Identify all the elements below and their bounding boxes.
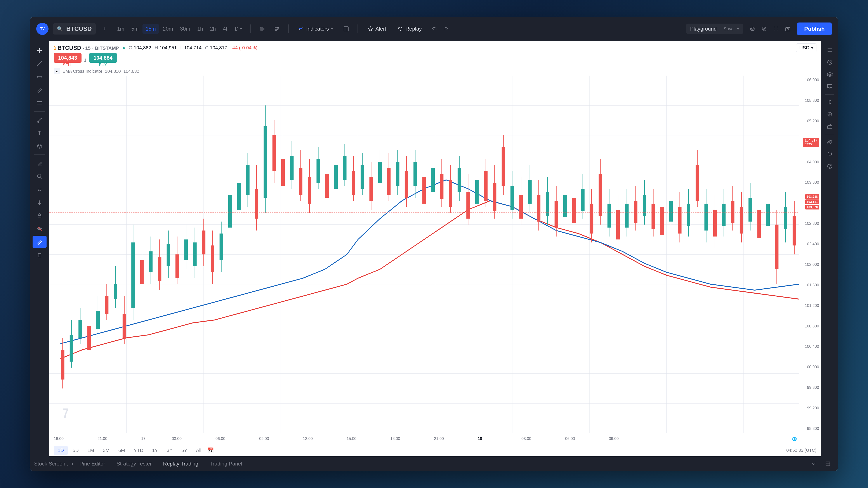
pine-editor-tab[interactable]: Pine Editor bbox=[74, 458, 111, 469]
tf-1h[interactable]: 1h bbox=[194, 24, 206, 34]
tf-4h[interactable]: 4h bbox=[220, 24, 232, 34]
strategy-tester-tab[interactable]: Strategy Tester bbox=[111, 458, 157, 469]
period-1m[interactable]: 1M bbox=[84, 446, 98, 455]
zoom-tool[interactable] bbox=[33, 170, 46, 183]
magnet-tool[interactable] bbox=[33, 183, 46, 196]
data-window-button[interactable] bbox=[759, 24, 769, 34]
watchlist-button[interactable] bbox=[747, 24, 757, 34]
svg-rect-120 bbox=[211, 246, 214, 272]
period-5d[interactable]: 5D bbox=[69, 446, 83, 455]
briefcase-button[interactable] bbox=[824, 121, 836, 132]
svg-rect-168 bbox=[423, 177, 426, 204]
snapshot-button[interactable] bbox=[783, 24, 793, 34]
svg-line-48 bbox=[40, 177, 42, 179]
tv-logo[interactable]: TV bbox=[36, 23, 49, 35]
measure-tool[interactable] bbox=[33, 71, 46, 83]
svg-rect-114 bbox=[184, 239, 188, 260]
clock-button[interactable] bbox=[824, 57, 836, 68]
fullscreen-button[interactable] bbox=[771, 24, 781, 34]
svg-point-45 bbox=[40, 145, 41, 146]
sell-button[interactable]: 104,843 SELL bbox=[54, 53, 82, 67]
pencil-tool[interactable] bbox=[33, 84, 46, 96]
line-tool[interactable] bbox=[33, 58, 46, 70]
stock-screener-tab[interactable]: Stock Screen... ▾ bbox=[34, 461, 73, 467]
symbol-search[interactable]: 🔍 BTCUSD bbox=[53, 23, 96, 34]
tf-30m[interactable]: 30m bbox=[177, 24, 193, 34]
menu-button[interactable] bbox=[824, 44, 836, 56]
svg-rect-162 bbox=[396, 162, 399, 186]
crosshair-tool[interactable] bbox=[33, 44, 46, 57]
svg-rect-144 bbox=[316, 159, 320, 183]
auto-scale-button[interactable] bbox=[824, 96, 836, 108]
eraser-tool[interactable] bbox=[33, 157, 46, 169]
layers-button[interactable] bbox=[824, 69, 836, 80]
tf-1m[interactable]: 1m bbox=[114, 24, 127, 34]
price-tag-3: 103,070 bbox=[805, 205, 819, 209]
chart-settings-button[interactable] bbox=[272, 24, 282, 34]
period-all[interactable]: All bbox=[192, 446, 205, 455]
replay-button[interactable]: Replay bbox=[394, 24, 425, 34]
active-drawing-tool[interactable] bbox=[33, 236, 46, 248]
svg-line-264 bbox=[830, 62, 831, 63]
indicator-val2: 104,632 bbox=[123, 69, 139, 74]
playground-label: Playground bbox=[690, 26, 717, 32]
crosshair-sync-button[interactable] bbox=[824, 108, 836, 120]
period-5y[interactable]: 5Y bbox=[178, 446, 191, 455]
publish-button[interactable]: Publish bbox=[797, 23, 832, 35]
add-symbol-button[interactable]: + bbox=[100, 24, 110, 34]
svg-rect-200 bbox=[563, 195, 567, 217]
chart-type-button[interactable] bbox=[257, 24, 267, 34]
trading-panel-tab[interactable]: Trading Panel bbox=[205, 458, 248, 469]
tf-15m[interactable]: 15m bbox=[143, 24, 159, 34]
period-3m[interactable]: 3M bbox=[99, 446, 114, 455]
indicator-collapse-button[interactable]: ▲ bbox=[54, 68, 60, 74]
replay-trading-tab[interactable]: Replay Trading bbox=[158, 458, 204, 469]
svg-rect-146 bbox=[326, 174, 329, 198]
redo-button[interactable] bbox=[440, 24, 451, 34]
period-1y[interactable]: 1Y bbox=[148, 446, 162, 455]
svg-text:TV: TV bbox=[40, 27, 45, 31]
emoji-tool[interactable] bbox=[33, 140, 46, 152]
chart-canvas-wrapper[interactable]: 7 106,000 105,600 105,200 104,400 104,81… bbox=[50, 75, 821, 433]
brush-tool[interactable] bbox=[33, 114, 46, 126]
currency-dropdown[interactable]: USD ▾ bbox=[796, 43, 816, 52]
lock-tool[interactable] bbox=[33, 209, 46, 222]
calendar-button[interactable]: 📅 bbox=[206, 446, 215, 455]
svg-point-272 bbox=[830, 140, 832, 141]
people-button[interactable] bbox=[824, 136, 836, 148]
chat-button[interactable] bbox=[824, 81, 836, 92]
svg-rect-164 bbox=[405, 171, 408, 198]
horizontal-line-tool[interactable] bbox=[33, 97, 46, 109]
buy-button[interactable]: 104,884 BUY bbox=[89, 53, 117, 67]
text-tool[interactable] bbox=[33, 127, 46, 139]
expand-bottom-button[interactable] bbox=[822, 458, 834, 469]
playground-dropdown[interactable]: Playground Save ▾ bbox=[686, 24, 743, 34]
svg-rect-238 bbox=[731, 201, 735, 223]
undo-button[interactable] bbox=[430, 24, 440, 34]
svg-rect-5 bbox=[261, 27, 262, 31]
alert-button[interactable]: Alert bbox=[364, 24, 390, 34]
tf-5m[interactable]: 5m bbox=[128, 24, 142, 34]
period-1d[interactable]: 1D bbox=[54, 446, 68, 455]
templates-button[interactable] bbox=[341, 24, 351, 34]
period-6m[interactable]: 6M bbox=[114, 446, 129, 455]
tf-2h[interactable]: 2h bbox=[207, 24, 219, 34]
period-3y[interactable]: 3Y bbox=[163, 446, 177, 455]
help-button[interactable] bbox=[824, 161, 836, 172]
collapse-bottom-button[interactable] bbox=[808, 458, 820, 469]
indicators-button[interactable]: Indicators ▾ bbox=[295, 24, 337, 34]
svg-rect-142 bbox=[308, 177, 311, 204]
svg-rect-202 bbox=[572, 198, 576, 223]
visibility-tool[interactable] bbox=[33, 223, 46, 235]
separator-3 bbox=[358, 25, 358, 33]
period-ytd[interactable]: YTD bbox=[130, 446, 147, 455]
tf-dropdown[interactable]: D ▾ bbox=[233, 24, 244, 34]
delete-tool[interactable] bbox=[33, 249, 46, 261]
tf-20m[interactable]: 20m bbox=[160, 24, 176, 34]
svg-rect-196 bbox=[546, 192, 549, 216]
svg-rect-158 bbox=[378, 162, 382, 183]
svg-point-26 bbox=[787, 28, 789, 30]
bell-button[interactable] bbox=[824, 148, 836, 160]
anchor-tool[interactable] bbox=[33, 196, 46, 208]
svg-rect-222 bbox=[660, 207, 664, 235]
